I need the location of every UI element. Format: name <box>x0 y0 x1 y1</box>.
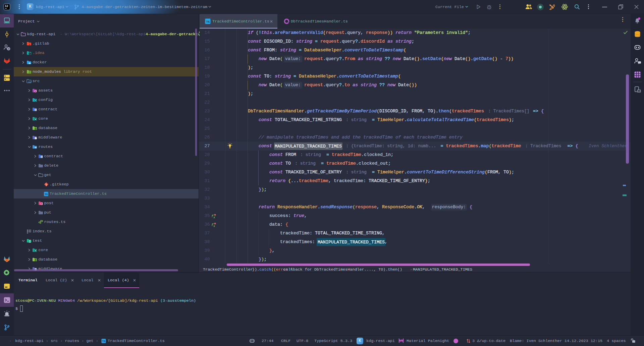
svg-text:</>: </> <box>28 81 32 83</box>
svg-text:TS: TS <box>206 20 210 24</box>
svg-text:o: o <box>29 53 30 55</box>
svg-text:S: S <box>35 109 37 111</box>
svg-text:n: n <box>29 71 30 74</box>
svg-text:x: x <box>213 225 215 227</box>
svg-text:TS: TS <box>45 193 48 196</box>
svg-text:TS: TS <box>102 340 106 343</box>
svg-text:x: x <box>213 216 215 219</box>
svg-text:S: S <box>41 156 42 158</box>
svg-text:?: ? <box>8 48 10 51</box>
